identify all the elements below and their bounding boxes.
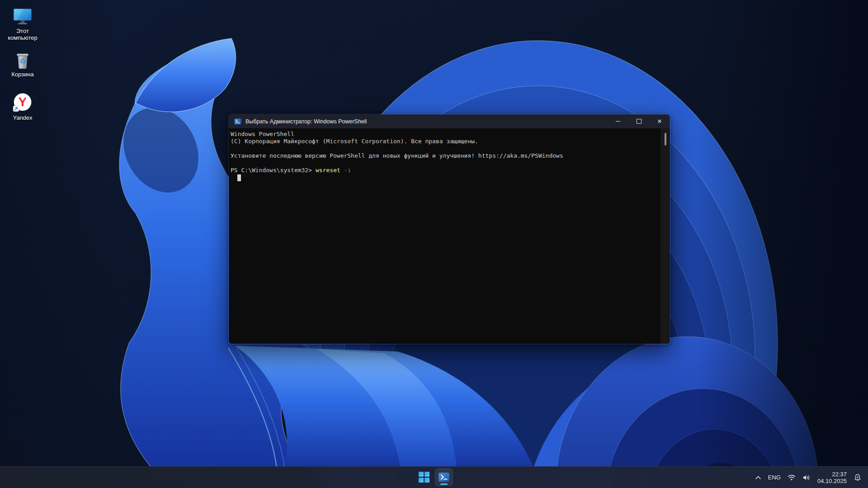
powershell-window: Выбрать Администратор: Windows PowerShel… <box>228 114 670 344</box>
desktop-icon-recycle-bin[interactable]: ♻ Корзина <box>2 49 43 78</box>
taskbar: ENG 22:37 04.10.2025 <box>0 466 868 488</box>
terminal-line <box>231 145 658 152</box>
close-button[interactable]: ✕ <box>649 114 670 128</box>
terminal-scrollbar[interactable] <box>660 128 670 344</box>
terminal-prompt-line: PS C:\Windows\system32>wsreset-i <box>231 167 658 174</box>
start-button[interactable] <box>415 468 433 486</box>
windows-start-icon <box>419 472 429 483</box>
tray-date: 04.10.2025 <box>817 478 847 484</box>
close-icon: ✕ <box>657 118 662 124</box>
scrollbar-thumb[interactable] <box>665 133 666 145</box>
svg-text:Y: Y <box>19 94 27 109</box>
system-tray: ENG 22:37 04.10.2025 <box>755 467 862 488</box>
desktop-icon-this-pc[interactable]: Этот компьютер <box>2 5 43 41</box>
maximize-icon <box>637 119 642 124</box>
minimize-icon <box>616 121 620 122</box>
terminal-command: wsreset <box>316 167 340 174</box>
clock[interactable]: 22:37 04.10.2025 <box>817 471 847 484</box>
svg-text:z: z <box>857 475 859 478</box>
terminal-line: (C) Корпорация Майкрософт (Microsoft Cor… <box>231 138 658 145</box>
powershell-taskbar-icon <box>438 471 450 483</box>
volume-button[interactable] <box>802 474 811 481</box>
desktop-icon-label: Корзина <box>11 71 34 78</box>
terminal-line: Установите последнюю версию PowerShell д… <box>231 152 658 160</box>
this-pc-icon <box>12 5 33 26</box>
maximize-button[interactable] <box>628 114 649 128</box>
yandex-browser-icon: Y <box>12 92 33 113</box>
running-app-indicator <box>440 483 448 485</box>
recycle-bin-icon: ♻ <box>12 49 33 70</box>
chevron-up-icon <box>755 475 761 480</box>
svg-text:♻: ♻ <box>19 57 26 66</box>
terminal-prompt: PS C:\Windows\system32> <box>231 167 312 174</box>
speaker-icon <box>802 474 811 481</box>
tray-overflow-button[interactable] <box>755 475 761 480</box>
terminal-output[interactable]: Windows PowerShell (C) Корпорация Майкро… <box>229 128 670 344</box>
network-button[interactable] <box>788 474 796 481</box>
window-titlebar[interactable]: Выбрать Администратор: Windows PowerShel… <box>229 114 670 128</box>
tray-time: 22:37 <box>817 471 847 478</box>
bloom-upper-fold <box>136 38 236 112</box>
terminal-line: Windows PowerShell <box>231 131 658 138</box>
desktop: Этот компьютер ♻ Корзина Y <box>0 0 868 488</box>
terminal-cursor <box>237 174 241 181</box>
minimize-button[interactable] <box>608 114 628 128</box>
desktop-icon-yandex[interactable]: Y Yandex <box>2 92 43 121</box>
desktop-icon-label: Этот компьютер <box>2 28 43 41</box>
bell-do-not-disturb-icon: z <box>854 474 862 482</box>
notification-center-button[interactable]: z <box>854 474 862 482</box>
window-title: Выбрать Администратор: Windows PowerShel… <box>245 118 608 125</box>
powershell-titlebar-icon <box>234 118 241 125</box>
terminal-argument: -i <box>344 167 351 174</box>
wifi-icon <box>788 474 796 481</box>
desktop-icon-label: Yandex <box>13 114 32 121</box>
terminal-line <box>231 160 658 167</box>
language-indicator[interactable]: ENG <box>768 474 781 481</box>
taskbar-app-powershell[interactable] <box>435 468 453 486</box>
